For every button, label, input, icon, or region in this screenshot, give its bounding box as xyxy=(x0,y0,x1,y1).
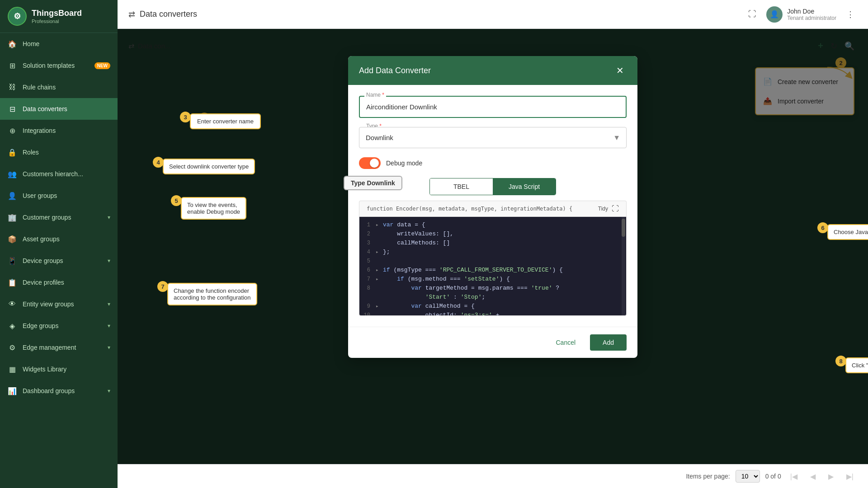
sidebar-item-device-profiles[interactable]: 📋 Device profiles xyxy=(0,272,118,293)
add-button[interactable]: Add xyxy=(590,334,627,351)
tooltip-choose-encoder: Choose JavaScript function encoder xyxy=(827,224,868,240)
sidebar-item-label: Asset groups xyxy=(23,235,110,243)
sidebar-item-customer-groups[interactable]: 🏢 Customer groups ▾ xyxy=(0,206,118,228)
topbar-right: ⛶ 👤 John Doe Tenant administrator ⋮ xyxy=(745,6,857,23)
type-select[interactable]: Downlink Uplink xyxy=(359,127,627,148)
tidy-button[interactable]: Tidy xyxy=(598,206,608,212)
user-role: Tenant administrator xyxy=(787,15,836,21)
device-profiles-icon: 📋 xyxy=(7,277,17,287)
sidebar-item-label: Customer groups xyxy=(23,214,108,221)
step-badge-3: 3 xyxy=(180,112,191,122)
avatar: 👤 xyxy=(766,6,783,23)
sidebar-item-data-converters[interactable]: ⊟ Data converters xyxy=(0,98,118,120)
sidebar-item-label: Dashboard groups xyxy=(23,387,108,394)
sidebar-item-rule-chains[interactable]: ⛓ Rule chains xyxy=(0,76,118,98)
items-per-page-label: Items per page: xyxy=(686,473,730,480)
step-badge-4: 4 xyxy=(153,157,164,168)
tooltip-5-line2: enable Debug mode xyxy=(187,208,240,215)
debug-mode-row: Debug mode xyxy=(359,157,627,169)
scrollbar-thumb[interactable] xyxy=(622,219,625,237)
prev-page-button[interactable]: ◀ xyxy=(807,470,819,483)
chevron-down-icon: ▾ xyxy=(108,344,110,351)
pagination-range: 0 of 0 xyxy=(765,473,781,480)
code-line-7: 7 ▸ if (msg.method === 'setState') { xyxy=(359,275,626,284)
sidebar-item-asset-groups[interactable]: 📦 Asset groups xyxy=(0,228,118,250)
tooltip-click-add: Click "Add" xyxy=(845,357,868,373)
chevron-down-icon: ▾ xyxy=(108,301,110,307)
main-area: ⇄ Data converters ⛶ 👤 John Doe Tenant ad… xyxy=(118,0,868,488)
sidebar-item-label: Home xyxy=(23,40,110,47)
code-line-3: 3 callMethods: [] xyxy=(359,239,626,248)
home-icon: 🏠 xyxy=(7,39,17,49)
modal-close-button[interactable]: ✕ xyxy=(613,64,627,77)
widgets-library-icon: ▦ xyxy=(7,364,17,374)
tab-javascript[interactable]: Java Script xyxy=(493,178,556,195)
tooltip-debug-mode: To view the events, enable Debug mode xyxy=(181,197,246,220)
solution-templates-icon: ⊞ xyxy=(7,61,17,70)
last-page-button[interactable]: ▶| xyxy=(843,470,857,483)
chevron-down-icon: ▾ xyxy=(108,214,110,221)
sidebar-item-dashboard-groups[interactable]: 📊 Dashboard groups ▾ xyxy=(0,380,118,402)
tab-tbel[interactable]: TBEL xyxy=(430,178,493,195)
svg-text:⚙: ⚙ xyxy=(14,12,21,21)
type-field-container: Type Downlink Uplink ▼ xyxy=(359,127,627,148)
script-type-tabs: TBEL Java Script xyxy=(429,178,556,195)
rule-chains-icon: ⛓ xyxy=(7,82,17,92)
pagination-bar: Items per page: 10 25 50 0 of 0 |◀ ◀ ▶ ▶… xyxy=(118,464,868,488)
tooltip-select-type: Select downlink converter type xyxy=(163,159,255,174)
sidebar-item-home[interactable]: 🏠 Home xyxy=(0,33,118,55)
tooltip-change-encoder: Change the function encoder according to… xyxy=(167,283,257,305)
chevron-down-icon: ▾ xyxy=(108,258,110,264)
step-badge-7: 7 xyxy=(157,281,168,292)
code-line-10: 10 objectId: 'ns=3;s=' + xyxy=(359,311,626,316)
sidebar: ⚙ ThingsBoard Professional 🏠 Home ⊞ Solu… xyxy=(0,0,118,488)
sidebar-logo: ⚙ ThingsBoard Professional xyxy=(0,0,118,33)
debug-mode-toggle[interactable] xyxy=(359,157,381,169)
customer-groups-icon: 🏢 xyxy=(7,212,17,222)
code-line-4: 4 ▸ }; xyxy=(359,248,626,257)
sidebar-item-entity-view-groups[interactable]: 👁 Entity view groups ▾ xyxy=(0,293,118,315)
code-editor[interactable]: 1 ▸ var data = { 2 writeValues: [], 3 xyxy=(359,216,627,316)
sidebar-item-edge-groups[interactable]: ◈ Edge groups ▾ xyxy=(0,315,118,337)
sidebar-item-label: Device profiles xyxy=(23,279,110,286)
type-downlink-text: Type Downlink xyxy=(351,179,395,187)
sidebar-item-customers-hierarchy[interactable]: 👥 Customers hierarch... xyxy=(0,163,118,185)
sidebar-item-widgets-library[interactable]: ▦ Widgets Library xyxy=(0,358,118,380)
sidebar-item-label: Solution templates xyxy=(23,62,92,69)
cancel-button[interactable]: Cancel xyxy=(547,334,585,351)
next-page-button[interactable]: ▶ xyxy=(825,470,837,483)
edge-management-icon: ⚙ xyxy=(7,343,17,352)
sidebar-item-user-groups[interactable]: 👤 User groups xyxy=(0,185,118,206)
modal-title: Add Data Converter xyxy=(359,66,431,75)
sidebar-item-integrations[interactable]: ⊕ Integrations xyxy=(0,120,118,141)
page-icon: ⇄ xyxy=(128,9,135,19)
roles-icon: 🔒 xyxy=(7,147,17,157)
scrollbar-track xyxy=(622,217,625,316)
code-line-1: 1 ▸ var data = { xyxy=(359,221,626,230)
page-content: ⇄ Data con... + ↻ 🔍 2 xyxy=(118,29,868,464)
per-page-select[interactable]: 10 25 50 xyxy=(736,470,760,483)
first-page-button[interactable]: |◀ xyxy=(787,470,801,483)
code-line-8: 8 var targetMethod = msg.params === 'tru… xyxy=(359,284,626,293)
code-function-signature: function Encoder(msg, metadata, msgType,… xyxy=(367,206,572,212)
sidebar-item-roles[interactable]: 🔒 Roles xyxy=(0,141,118,163)
step-badge-5: 5 xyxy=(171,195,182,206)
code-line-6: 6 ▸ if (msgType === 'RPC_CALL_FROM_SERVE… xyxy=(359,266,626,275)
sidebar-item-solution-templates[interactable]: ⊞ Solution templates NEW xyxy=(0,55,118,76)
fullscreen-button[interactable]: ⛶ xyxy=(745,7,759,22)
name-input[interactable] xyxy=(359,96,627,118)
step-badge-8: 8 xyxy=(835,356,846,366)
modal-footer: Cancel Add xyxy=(348,327,637,358)
device-groups-icon: 📱 xyxy=(7,256,17,266)
sidebar-item-edge-management[interactable]: ⚙ Edge management ▾ xyxy=(0,337,118,358)
sidebar-item-label: Edge management xyxy=(23,344,108,351)
modal-header: Add Data Converter ✕ xyxy=(348,56,637,85)
code-fullscreen-button[interactable]: ⛶ xyxy=(612,205,619,213)
customers-hierarchy-icon: 👥 xyxy=(7,169,17,179)
more-options-button[interactable]: ⋮ xyxy=(844,7,857,22)
sidebar-item-device-groups[interactable]: 📱 Device groups ▾ xyxy=(0,250,118,272)
tooltip-5-line1: To view the events, xyxy=(187,202,240,208)
sidebar-item-label: Roles xyxy=(23,149,110,156)
integrations-icon: ⊕ xyxy=(7,126,17,136)
chevron-down-icon: ▾ xyxy=(108,388,110,394)
